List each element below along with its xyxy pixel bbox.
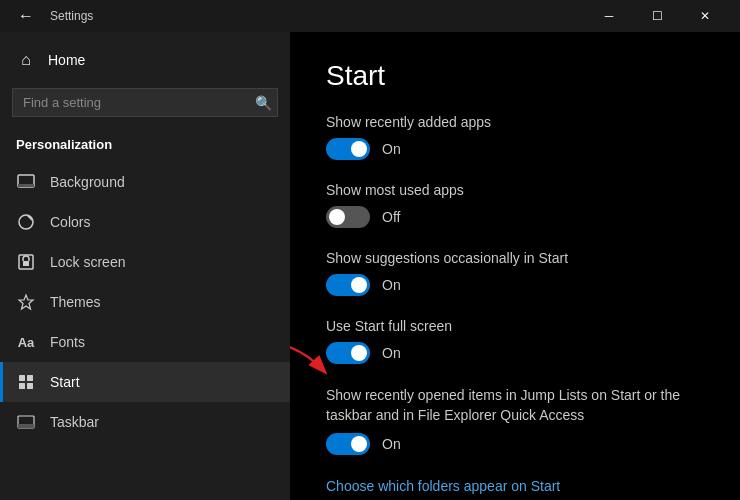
svg-rect-6: [27, 375, 33, 381]
sidebar-item-themes[interactable]: Themes: [0, 282, 290, 322]
toggle-most-used-row: Off: [326, 206, 704, 228]
setting-full-screen: Use Start full screen On: [326, 318, 704, 364]
maximize-button[interactable]: ☐: [634, 0, 680, 32]
toggle-jump-lists-row: On: [326, 433, 704, 455]
choose-folders-link[interactable]: Choose which folders appear on Start: [326, 478, 560, 494]
setting-recently-added: Show recently added apps On: [326, 114, 704, 160]
themes-icon: [16, 292, 36, 312]
content-area: Start Show recently added apps On Show m…: [290, 32, 740, 500]
toggle-full-screen-state: On: [382, 345, 401, 361]
toggle-recently-added-knob: [351, 141, 367, 157]
taskbar-label: Taskbar: [50, 414, 99, 430]
home-label: Home: [48, 52, 85, 68]
setting-most-used-label: Show most used apps: [326, 182, 704, 198]
close-button[interactable]: ✕: [682, 0, 728, 32]
sidebar-item-colors[interactable]: Colors: [0, 202, 290, 242]
titlebar-left: ← Settings: [12, 3, 93, 29]
search-input[interactable]: [12, 88, 278, 117]
fonts-label: Fonts: [50, 334, 85, 350]
toggle-jump-lists-knob: [351, 436, 367, 452]
toggle-full-screen-knob: [351, 345, 367, 361]
toggle-most-used-knob: [329, 209, 345, 225]
main-container: ⌂ Home 🔍 Personalization Background: [0, 32, 740, 500]
toggle-jump-lists-state: On: [382, 436, 401, 452]
sidebar-item-fonts[interactable]: Aa Fonts: [0, 322, 290, 362]
toggle-recently-added[interactable]: [326, 138, 370, 160]
toggle-suggestions[interactable]: [326, 274, 370, 296]
sidebar-item-lock-screen[interactable]: Lock screen: [0, 242, 290, 282]
setting-suggestions: Show suggestions occasionally in Start O…: [326, 250, 704, 296]
setting-suggestions-label: Show suggestions occasionally in Start: [326, 250, 704, 266]
section-title: Personalization: [0, 131, 290, 162]
toggle-most-used-state: Off: [382, 209, 400, 225]
lock-screen-icon: [16, 252, 36, 272]
svg-rect-8: [27, 383, 33, 389]
toggle-recently-added-state: On: [382, 141, 401, 157]
home-icon: ⌂: [16, 50, 36, 70]
titlebar: ← Settings ─ ☐ ✕: [0, 0, 740, 32]
start-label: Start: [50, 374, 80, 390]
toggle-full-screen-row: On: [326, 342, 704, 364]
sidebar-item-taskbar[interactable]: Taskbar: [0, 402, 290, 442]
titlebar-title: Settings: [50, 9, 93, 23]
start-icon: [16, 372, 36, 392]
titlebar-controls: ─ ☐ ✕: [586, 0, 728, 32]
svg-rect-7: [19, 383, 25, 389]
svg-rect-10: [18, 424, 34, 428]
svg-rect-4: [23, 261, 29, 266]
toggle-suggestions-state: On: [382, 277, 401, 293]
setting-jump-lists-label: Show recently opened items in Jump Lists…: [326, 386, 704, 425]
page-title: Start: [326, 60, 704, 92]
sidebar-item-start[interactable]: Start: [0, 362, 290, 402]
back-button[interactable]: ←: [12, 3, 40, 29]
toggle-recently-added-row: On: [326, 138, 704, 160]
colors-icon: [16, 212, 36, 232]
fonts-icon: Aa: [16, 332, 36, 352]
themes-label: Themes: [50, 294, 101, 310]
setting-most-used: Show most used apps Off: [326, 182, 704, 228]
svg-rect-1: [18, 184, 34, 187]
sidebar: ⌂ Home 🔍 Personalization Background: [0, 32, 290, 500]
colors-label: Colors: [50, 214, 90, 230]
toggle-jump-lists[interactable]: [326, 433, 370, 455]
search-button[interactable]: 🔍: [255, 95, 272, 111]
svg-rect-5: [19, 375, 25, 381]
background-label: Background: [50, 174, 125, 190]
sidebar-item-background[interactable]: Background: [0, 162, 290, 202]
annotation-arrow: [290, 336, 336, 386]
home-nav-item[interactable]: ⌂ Home: [0, 40, 290, 80]
toggle-most-used[interactable]: [326, 206, 370, 228]
setting-full-screen-label: Use Start full screen: [326, 318, 704, 334]
minimize-button[interactable]: ─: [586, 0, 632, 32]
setting-recently-added-label: Show recently added apps: [326, 114, 704, 130]
lock-screen-label: Lock screen: [50, 254, 125, 270]
sidebar-search: 🔍: [12, 88, 278, 117]
setting-jump-lists: Show recently opened items in Jump Lists…: [326, 386, 704, 455]
taskbar-icon: [16, 412, 36, 432]
toggle-suggestions-knob: [351, 277, 367, 293]
toggle-suggestions-row: On: [326, 274, 704, 296]
background-icon: [16, 172, 36, 192]
